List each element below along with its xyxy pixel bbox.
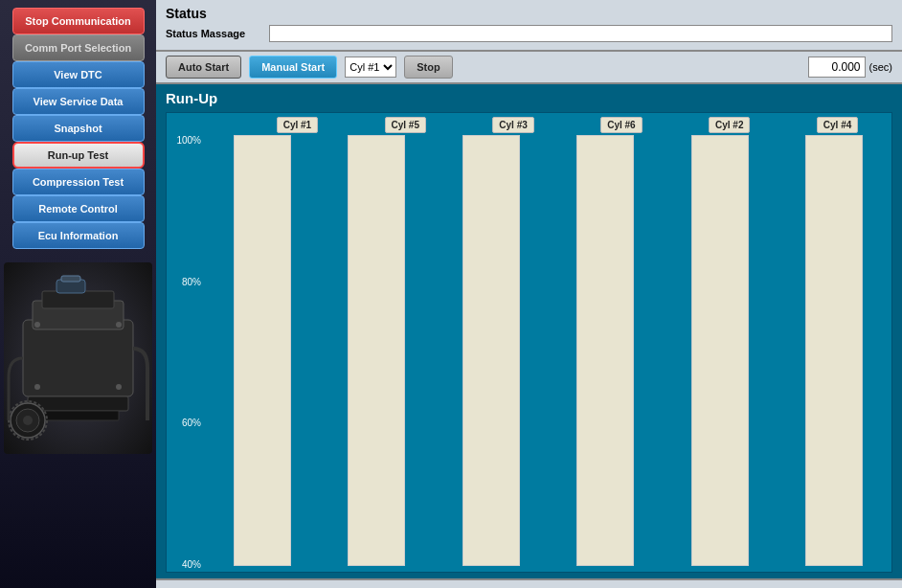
timer-unit: (sec) bbox=[869, 61, 892, 73]
svg-rect-2 bbox=[42, 291, 114, 308]
bar-col-5 bbox=[781, 135, 889, 566]
cyl-select[interactable]: Cyl #1Cyl #2Cyl #3Cyl #4Cyl #5Cyl #6 bbox=[345, 57, 396, 78]
bar-track-0 bbox=[234, 135, 291, 566]
bar-track-4 bbox=[691, 135, 749, 566]
sidebar-btn-comm-port-selection[interactable]: Comm Port Selection bbox=[12, 34, 145, 61]
bar-col-2 bbox=[438, 135, 545, 566]
status-title: Status bbox=[166, 6, 892, 21]
cyl-label-Cyl5: Cyl #5 bbox=[351, 117, 460, 133]
manual-start-button[interactable]: Manual Start bbox=[249, 56, 337, 79]
bars-row bbox=[205, 133, 891, 568]
status-message-input[interactable] bbox=[269, 25, 892, 42]
bar-track-3 bbox=[576, 135, 634, 566]
cyl-label-Cyl1: Cyl #1 bbox=[243, 117, 351, 133]
y-axis: 100%80%60%40% bbox=[167, 133, 205, 572]
runup-section: Run-Up Cyl #1Cyl #5Cyl #3Cyl #6Cyl #2Cyl… bbox=[156, 84, 902, 578]
timer-display: 0.000 (sec) bbox=[808, 57, 892, 78]
svg-point-6 bbox=[116, 322, 122, 328]
bar-col-4 bbox=[666, 135, 774, 566]
cyl-label-Cyl4: Cyl #4 bbox=[783, 117, 891, 133]
sidebar-btn-stop-communication[interactable]: Stop Communication bbox=[12, 8, 145, 34]
bar-track-1 bbox=[348, 135, 405, 566]
bar-track-5 bbox=[805, 135, 863, 566]
engine-image bbox=[4, 262, 152, 454]
sidebar-btn-snapshot[interactable]: Snapshot bbox=[12, 115, 145, 142]
cyl-label-Cyl3: Cyl #3 bbox=[460, 117, 568, 133]
stop-button[interactable]: Stop bbox=[404, 56, 452, 79]
chart-labels-row: Cyl #1Cyl #5Cyl #3Cyl #6Cyl #2Cyl #4 bbox=[167, 113, 891, 133]
sidebar-btn-ecu-information[interactable]: Ecu Information bbox=[12, 222, 145, 249]
svg-point-11 bbox=[23, 416, 33, 425]
status-section: Status Status Massage bbox=[156, 0, 902, 52]
y-label: 100% bbox=[167, 135, 205, 146]
bar-col-0 bbox=[209, 135, 316, 566]
y-label: 40% bbox=[167, 559, 205, 570]
sidebar: Stop CommunicationComm Port SelectionVie… bbox=[0, 0, 156, 588]
runup-title: Run-Up bbox=[166, 90, 892, 106]
svg-rect-4 bbox=[37, 411, 119, 420]
auto-start-button[interactable]: Auto Start bbox=[166, 56, 241, 79]
bar-col-1 bbox=[324, 135, 431, 566]
sidebar-btn-view-dtc[interactable]: View DTC bbox=[12, 61, 145, 88]
y-label: 60% bbox=[167, 418, 205, 428]
data-table bbox=[156, 578, 902, 588]
cyl-label-Cyl2: Cyl #2 bbox=[675, 117, 783, 133]
sidebar-btn-remote-control[interactable]: Remote Control bbox=[12, 195, 145, 222]
svg-rect-14 bbox=[61, 276, 80, 282]
svg-point-5 bbox=[34, 322, 40, 328]
sidebar-btn-compression-test[interactable]: Compression Test bbox=[12, 169, 145, 195]
status-massage-label: Status Massage bbox=[166, 28, 261, 39]
timer-value: 0.000 bbox=[808, 57, 866, 78]
svg-rect-0 bbox=[23, 320, 133, 396]
bar-track-2 bbox=[462, 135, 520, 566]
svg-point-8 bbox=[116, 384, 122, 390]
sidebar-btn-runup-test[interactable]: Run-up Test bbox=[12, 142, 145, 169]
sidebar-buttons: Stop CommunicationComm Port SelectionVie… bbox=[12, 8, 145, 249]
chart-container: Cyl #1Cyl #5Cyl #3Cyl #6Cyl #2Cyl #4 100… bbox=[166, 112, 892, 573]
svg-point-7 bbox=[34, 384, 40, 390]
main-content: Status Status Massage Auto Start Manual … bbox=[156, 0, 902, 588]
chart-body: 100%80%60%40% bbox=[167, 133, 891, 572]
bar-col-3 bbox=[552, 135, 660, 566]
y-label: 80% bbox=[167, 277, 205, 287]
sidebar-btn-view-service-data[interactable]: View Service Data bbox=[12, 88, 145, 115]
cyl-label-Cyl6: Cyl #6 bbox=[567, 117, 675, 133]
control-bar: Auto Start Manual Start Cyl #1Cyl #2Cyl … bbox=[156, 52, 902, 84]
